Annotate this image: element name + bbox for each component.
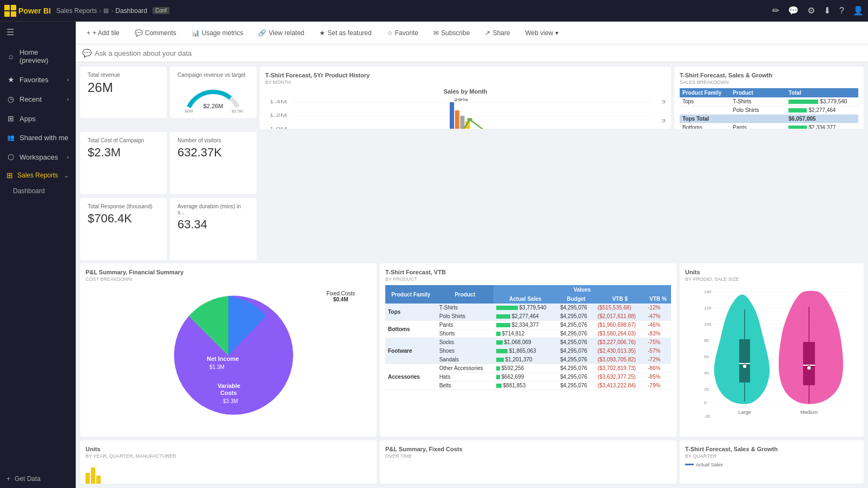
svg-rect-46 bbox=[450, 102, 454, 129]
violin-title: Units bbox=[685, 269, 858, 275]
web-view-button[interactable]: Web view ▾ bbox=[521, 27, 563, 39]
get-data-button[interactable]: + Get Data bbox=[0, 470, 75, 488]
home-icon: ⌂ bbox=[6, 52, 15, 61]
sbm-subtitle: BY MONTH bbox=[265, 80, 666, 85]
sbm-title: T-Shirt Forecast, 5Yr Product History bbox=[265, 72, 666, 78]
th-total: Total bbox=[786, 88, 858, 97]
table-row: Polo Shirts $2,277,464 bbox=[680, 106, 858, 115]
vtb-dollar: ($3,227,006.76) bbox=[595, 338, 645, 347]
chevron-right-icon-recent: › bbox=[67, 96, 69, 102]
subscribe-button[interactable]: ✉ Subscribe bbox=[429, 27, 474, 39]
comment-icon[interactable]: 💬 bbox=[788, 5, 799, 16]
cell-total-val: $6,057,005 bbox=[786, 115, 858, 123]
vtb-pct: -75% bbox=[645, 338, 671, 347]
view-related-button[interactable]: 🔗 View related bbox=[254, 27, 308, 39]
vtb-actual: $714,812 bbox=[494, 329, 558, 338]
sidebar-item-shared[interactable]: 👥 Shared with me bbox=[0, 128, 75, 147]
related-icon: 🔗 bbox=[258, 29, 266, 37]
page-badge: Conf bbox=[153, 7, 169, 14]
vtb-th-vtbp: VTB % bbox=[645, 294, 671, 304]
vtb-title: T-Shirt Forecast, VTB bbox=[385, 269, 671, 275]
featured-icon: ★ bbox=[319, 29, 325, 37]
related-label: View related bbox=[268, 29, 304, 37]
sg-subtitle: SALES BREAKDOWN bbox=[680, 80, 858, 85]
ask-question-input[interactable] bbox=[95, 49, 257, 57]
comments-label: Comments bbox=[145, 29, 176, 37]
workspace-sales-reports[interactable]: ⊞ Sales Reports ⌄ bbox=[0, 167, 75, 184]
chevron-right-icon: › bbox=[67, 77, 69, 83]
vtb-budget: $4,295,076 bbox=[557, 329, 595, 338]
help-icon[interactable]: ? bbox=[839, 6, 844, 16]
kpi-title-gauge: Campaign revenue vs target bbox=[177, 72, 249, 78]
vtb-budget: $4,295,076 bbox=[557, 304, 595, 312]
hamburger-menu[interactable]: ☰ bbox=[0, 22, 75, 43]
cell-total: $2,334,377 bbox=[786, 123, 858, 129]
dropdown-icon: ▾ bbox=[555, 29, 558, 37]
getdata-icon: + bbox=[6, 475, 10, 483]
report-name[interactable]: Sales Reports bbox=[56, 7, 97, 15]
workspace-icon: ⊞ bbox=[6, 171, 13, 180]
vtb-subtitle: BY PRODUCT bbox=[385, 276, 671, 282]
qa-icon: 💬 bbox=[82, 49, 91, 57]
kpi-value-response: $706.4K bbox=[88, 212, 159, 226]
workspaces-icon: ⬡ bbox=[6, 153, 15, 161]
content-toolbar: + + Add tile 💬 Comments 📊 Usage metrics … bbox=[76, 22, 868, 44]
vtb-pct: -12% bbox=[645, 304, 671, 312]
favorite-button[interactable]: ☆ Favorite bbox=[383, 27, 423, 39]
comments-icon: 💬 bbox=[135, 29, 143, 37]
edit-icon[interactable]: ✏ bbox=[772, 5, 779, 16]
vtb-row: Bottoms Pants $2,334,377 $4,295,076 ($1,… bbox=[385, 321, 671, 329]
pl-summary-chart: P&L Summary, Financial Summary COST BREA… bbox=[80, 263, 377, 437]
sidebar-item-recent[interactable]: ◷ Recent › bbox=[0, 89, 75, 109]
pl-fc-title: P&L Summary, Fixed Costs bbox=[385, 446, 671, 452]
svg-text:Net Income: Net Income bbox=[207, 355, 239, 362]
profile-icon[interactable]: 👤 bbox=[853, 5, 864, 16]
vtb-family: Accessories bbox=[385, 364, 437, 390]
kpi-total-revenue: Total revenue 26M bbox=[80, 67, 167, 118]
kpi-title-cost: Total Cost of Campaign bbox=[88, 137, 159, 143]
share-label: Share bbox=[492, 29, 510, 37]
vtb-actual: $2,334,377 bbox=[494, 321, 558, 329]
vtb-th-actual: Actual Sales bbox=[494, 294, 558, 304]
pie-chart-svg: Net Income $1.3M Variable Costs $3.3M bbox=[158, 285, 299, 426]
violin-svg: 140 120 100 80 60 40 20 0 -20 bbox=[685, 285, 858, 426]
share-button[interactable]: ↗ Share bbox=[481, 27, 514, 39]
sidebar-item-workspaces[interactable]: ⬡ Workspaces › bbox=[0, 147, 75, 167]
download-icon[interactable]: ⬇ bbox=[824, 5, 831, 16]
usage-metrics-button[interactable]: 📊 Usage metrics bbox=[187, 27, 248, 39]
svg-text:$2.5M: $2.5M bbox=[232, 109, 243, 113]
growth-table: Product Family Product Total Tops T-Shir… bbox=[680, 88, 858, 129]
vtb-actual: $1,865,063 bbox=[494, 347, 558, 355]
comments-button[interactable]: 💬 Comments bbox=[130, 27, 181, 39]
svg-text:120: 120 bbox=[704, 306, 712, 311]
vtb-chart: T-Shirt Forecast, VTB BY PRODUCT Product… bbox=[380, 263, 676, 437]
svg-text:80: 80 bbox=[704, 338, 709, 343]
bar-line-svg: 1.4M 1.2M 1.0M 0.8M 0.6M 0.4M 0.2M 0.0M … bbox=[265, 97, 666, 129]
settings-icon[interactable]: ⚙ bbox=[807, 5, 815, 16]
sidebar-item-home[interactable]: ⌂ Home (preview) bbox=[0, 43, 75, 70]
ask-question-bar: 💬 bbox=[76, 44, 868, 62]
vtb-actual: $2,277,464 bbox=[494, 312, 558, 321]
sidebar-label-home: Home (preview) bbox=[19, 48, 69, 64]
set-featured-button[interactable]: ★ Set as featured bbox=[315, 27, 376, 39]
units-violin-chart: Units BY PRODID, SALE SIZE 140 120 100 8… bbox=[680, 263, 864, 437]
vtb-budget: $4,295,076 bbox=[557, 381, 595, 390]
sidebar-item-apps[interactable]: ⊞ Apps bbox=[0, 109, 75, 128]
units-b-title: Units bbox=[86, 446, 371, 452]
vtb-budget: $4,295,076 bbox=[557, 338, 595, 347]
svg-text:Costs: Costs bbox=[220, 390, 237, 396]
vtb-dollar: ($2,017,611.88) bbox=[595, 312, 645, 321]
add-tile-button[interactable]: + + Add tile bbox=[82, 27, 124, 39]
vtb-dollar: ($3,702,819.73) bbox=[595, 364, 645, 373]
vtb-dollar: ($3,632,377.25) bbox=[595, 373, 645, 381]
vtb-pct: -83% bbox=[645, 329, 671, 338]
kpi-visitors: Number of visitors 632.37K bbox=[170, 132, 257, 194]
svg-point-134 bbox=[807, 366, 811, 370]
th-family: Product Family bbox=[680, 88, 730, 97]
cell-total: $2,277,464 bbox=[786, 106, 858, 115]
svg-rect-47 bbox=[455, 110, 459, 129]
sidebar-sub-dashboard[interactable]: Dashboard bbox=[0, 184, 75, 198]
svg-text:35%: 35% bbox=[661, 99, 666, 104]
cell-product: T-Shirts bbox=[730, 97, 786, 106]
sidebar-item-favorites[interactable]: ★ Favorites › bbox=[0, 70, 75, 89]
